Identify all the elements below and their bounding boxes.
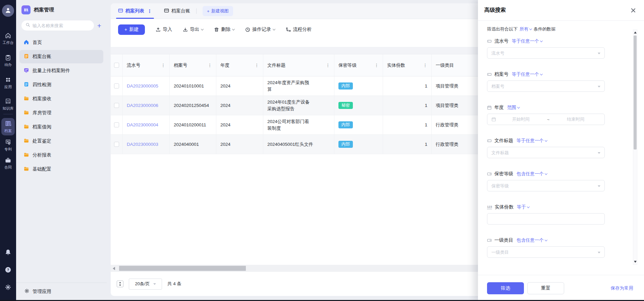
search-icon xyxy=(25,22,30,28)
import-button[interactable]: 导入 xyxy=(156,26,172,33)
column-menu-dots[interactable]: ⋮ xyxy=(374,63,379,68)
panel-scrollbar-thumb[interactable] xyxy=(634,36,637,149)
condition-dropdown[interactable]: 范围 xyxy=(507,105,520,111)
serial-filter-text[interactable] xyxy=(491,51,600,56)
archive-no-filter-text[interactable] xyxy=(491,84,600,89)
condition-dropdown[interactable]: 等于任意一个 xyxy=(512,38,542,44)
upload-icon xyxy=(156,27,161,32)
save-as-favorite-link[interactable]: 保存为常用 xyxy=(611,285,634,291)
rail-item-todo[interactable]: 待办 xyxy=(0,54,16,67)
close-icon[interactable] xyxy=(631,8,636,13)
tab-archive-ledger[interactable]: 档案台账 xyxy=(164,3,190,19)
tab-menu-dots[interactable]: ⋮ xyxy=(147,8,152,14)
range-tilde: ~ xyxy=(546,117,551,122)
row-checkbox[interactable] xyxy=(114,83,119,88)
serial-link[interactable]: DA2023000005 xyxy=(127,83,158,88)
add-button[interactable]: + xyxy=(97,22,102,29)
end-date-placeholder[interactable]: 结束时间 xyxy=(551,116,600,122)
sidebar-item-archive-ledger[interactable]: 档案台账 xyxy=(19,50,103,63)
sidebar-search-input[interactable] xyxy=(33,23,90,28)
archive-no-filter-input[interactable] xyxy=(487,80,605,92)
select-arrow-icon xyxy=(598,252,600,253)
sidebar-item-home[interactable]: 首页 xyxy=(19,36,103,49)
sidebar-item-reports[interactable]: 分析报表 xyxy=(19,148,103,162)
serial-link[interactable]: DA2023000004 xyxy=(127,122,158,127)
sidebar-item-warehouse[interactable]: 库房管理 xyxy=(19,106,103,120)
title-filter-input[interactable] xyxy=(487,147,605,158)
tab-archive-list[interactable]: 档案列表 ⋮ xyxy=(118,3,152,19)
start-date-placeholder[interactable]: 开始时间 xyxy=(496,116,546,122)
blue-doc-icon xyxy=(23,81,29,88)
svg-text:?: ? xyxy=(7,268,9,272)
left-rail: 工作台 待办 应用 AI 知识库 档案 专利 合同 ? xyxy=(0,0,16,301)
flow-analysis-button[interactable]: 流程分析 xyxy=(286,26,312,33)
copies-filter-text[interactable] xyxy=(491,217,600,222)
serial-filter-input[interactable] xyxy=(487,47,605,59)
scroll-left-arrow-icon[interactable] xyxy=(113,267,115,270)
sidebar-item-archive-borrow[interactable]: 档案借阅 xyxy=(19,120,103,134)
condition-dropdown[interactable]: 包含任意一个 xyxy=(517,171,547,177)
export-label: 导出 xyxy=(190,26,199,33)
text-field-icon xyxy=(487,138,492,143)
condition-dropdown[interactable]: 等于任意一个 xyxy=(517,138,547,144)
row-checkbox[interactable] xyxy=(114,103,119,108)
horizontal-scrollbar-thumb[interactable] xyxy=(119,266,246,271)
sidebar-item-label: 四性检测 xyxy=(33,82,51,88)
category-filter-select[interactable] xyxy=(487,246,605,258)
year-range-input[interactable]: 开始时间 ~ 结束时间 xyxy=(487,114,605,125)
select-all-checkbox[interactable] xyxy=(114,63,119,68)
help-button[interactable]: ? xyxy=(0,266,16,274)
column-menu-dots[interactable]: ⋮ xyxy=(326,63,330,68)
rail-item-contract[interactable]: 合同 xyxy=(0,157,16,170)
rail-item-apps[interactable]: 应用 xyxy=(0,76,16,89)
folder-icon xyxy=(23,124,29,130)
sidebar-item-four-check[interactable]: 四性检测 xyxy=(19,78,103,92)
notifications-button[interactable] xyxy=(0,249,16,256)
column-menu-dots[interactable]: ⋮ xyxy=(161,63,165,68)
settings-button[interactable] xyxy=(0,284,16,291)
sidebar-item-batch-upload[interactable]: 批量上传档案附件 xyxy=(19,64,103,77)
sidebar-item-archive-receive[interactable]: 档案接收 xyxy=(19,92,103,106)
rail-item-workbench[interactable]: 工作台 xyxy=(0,32,16,45)
serial-link[interactable]: DA2023000003 xyxy=(127,142,158,147)
page-size-select[interactable]: 20条/页 xyxy=(129,279,162,290)
column-menu-dots[interactable]: ⋮ xyxy=(423,63,427,68)
copies-filter-input[interactable] xyxy=(487,213,605,225)
level-filter-text[interactable] xyxy=(491,183,600,188)
operation-log-button[interactable]: 操作记录 xyxy=(245,26,275,33)
row-checkbox[interactable] xyxy=(114,142,119,147)
chart-monitor-icon xyxy=(23,67,29,74)
manage-apps-button[interactable]: 管理应用 xyxy=(16,283,107,300)
row-checkbox[interactable] xyxy=(114,122,119,127)
condition-dropdown[interactable]: 等于任意一个 xyxy=(512,71,542,77)
row-height-icon[interactable] xyxy=(117,281,123,287)
condition-dropdown[interactable]: 等于 xyxy=(517,204,529,210)
gear-icon xyxy=(4,284,12,291)
scroll-down-arrow-icon[interactable] xyxy=(634,261,637,263)
column-menu-dots[interactable]: ⋮ xyxy=(208,63,212,68)
rail-item-patent[interactable]: 专利 xyxy=(0,139,16,152)
serial-link[interactable]: DA2023000006 xyxy=(127,103,158,108)
delete-button[interactable]: 删除 xyxy=(214,26,234,33)
sidebar-item-base-config[interactable]: 基础配置 xyxy=(19,163,103,176)
export-button[interactable]: 导出 xyxy=(183,26,203,33)
column-menu-dots[interactable]: ⋮ xyxy=(255,63,259,68)
create-button[interactable]: + 新建 xyxy=(118,24,145,35)
sidebar-item-disposal[interactable]: 处置鉴定 xyxy=(19,134,103,148)
level-filter-select[interactable] xyxy=(487,180,605,191)
title-cell: 2024年01度生产设备采购选型报告 xyxy=(267,99,314,112)
match-mode-dropdown[interactable]: 所有 xyxy=(520,26,532,32)
reset-button[interactable]: 重置 xyxy=(527,282,564,294)
user-avatar[interactable] xyxy=(2,5,14,17)
rail-item-archive-selected[interactable]: 档案 xyxy=(1,118,15,135)
sidebar-search[interactable] xyxy=(21,20,94,31)
title-filter-text[interactable] xyxy=(491,150,600,155)
condition-dropdown[interactable]: 包含任意一个 xyxy=(517,237,547,243)
scroll-up-arrow-icon[interactable] xyxy=(634,32,637,34)
new-view-button[interactable]: + 新建视图 xyxy=(203,6,233,16)
total-count-label: 共 4 条 xyxy=(167,281,181,287)
filter-button[interactable]: 筛选 xyxy=(487,282,524,294)
panel-scrollbar[interactable] xyxy=(633,29,637,265)
rail-item-knowledge[interactable]: AI 知识库 xyxy=(0,98,16,111)
category-filter-text[interactable] xyxy=(491,250,600,255)
